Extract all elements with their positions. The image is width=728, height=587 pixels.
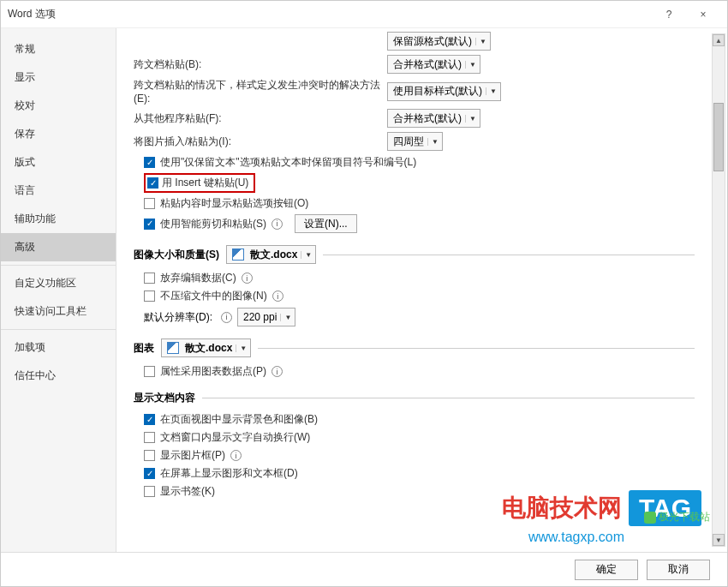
drawings-label: 在屏幕上显示图形和文本框(D) (160, 466, 298, 481)
watermark-small: 极光下载站 (644, 510, 710, 524)
top-paste-value: 保留源格式(默认) (393, 34, 472, 49)
sidebar-item-accessibility[interactable]: 辅助功能 (1, 205, 116, 233)
bookmark-label: 显示书签(K) (160, 484, 215, 499)
info-icon[interactable]: i (272, 219, 283, 230)
insert-pic-label: 将图片插入/粘贴为(I): (134, 135, 382, 149)
chevron-down-icon: ▼ (475, 38, 486, 45)
sidebar-separator (1, 265, 116, 266)
other-prog-value: 合并格式(默认) (393, 111, 462, 126)
help-button[interactable]: ? (652, 1, 686, 28)
sidebar-item-quick-access[interactable]: 快速访问工具栏 (1, 297, 116, 326)
chevron-down-icon: ▼ (280, 314, 291, 321)
other-prog-dropdown[interactable]: 合并格式(默认) ▼ (387, 109, 480, 128)
keep-text-label: 使用"仅保留文本"选项粘贴文本时保留项目符号和编号(L) (160, 155, 416, 170)
chevron-down-icon: ▼ (236, 344, 247, 352)
bg-label: 在页面视图中显示背景色和图像(B) (160, 412, 318, 427)
picframe-checkbox[interactable] (144, 450, 155, 461)
content-panel: - 保留源格式(默认) ▼ 跨文档粘贴(B): 合并格式(默认) ▼ 跨文档粘贴… (116, 28, 727, 552)
sidebar-separator (1, 329, 116, 330)
watermark-url: www.tagxp.com (528, 530, 624, 545)
smart-paste-checkbox[interactable] (144, 219, 155, 230)
chart-doc-name: 散文.docx (185, 341, 232, 356)
smart-paste-label: 使用智能剪切和粘贴(S) (160, 217, 266, 231)
section-divider (202, 398, 695, 398)
chevron-down-icon: ▼ (301, 251, 312, 259)
nocompress-checkbox[interactable] (144, 291, 155, 302)
scroll-down-button[interactable]: ▼ (713, 534, 725, 546)
ok-button[interactable]: 确定 (575, 560, 638, 580)
section-divider (323, 255, 695, 255)
vertical-scrollbar[interactable]: ▲ ▼ (712, 33, 725, 547)
cancel-button[interactable]: 取消 (647, 560, 710, 580)
conflict-value: 使用目标样式(默认) (393, 84, 482, 99)
cross-doc-value: 合并格式(默认) (393, 57, 462, 72)
cross-doc-label: 跨文档粘贴(B): (134, 57, 382, 72)
drawings-checkbox[interactable] (144, 468, 155, 479)
sidebar-item-general[interactable]: 常规 (1, 35, 116, 63)
section-divider (258, 348, 695, 349)
picframe-label: 显示图片框(P) (160, 448, 225, 463)
scroll-area: - 保留源格式(默认) ▼ 跨文档粘贴(B): 合并格式(默认) ▼ 跨文档粘贴… (116, 28, 712, 552)
bg-checkbox[interactable] (144, 414, 155, 425)
paste-options-checkbox[interactable] (144, 198, 155, 209)
chart-header: 图表 (134, 341, 154, 356)
settings-button[interactable]: 设置(N)... (295, 214, 357, 233)
titlebar: Word 选项 ? × (1, 1, 727, 28)
info-icon[interactable]: i (230, 450, 242, 461)
sidebar-item-addins[interactable]: 加载项 (1, 333, 116, 362)
options-dialog: Word 选项 ? × 常规 显示 校对 保存 版式 语言 辅助功能 高级 自定… (0, 0, 728, 587)
info-icon[interactable]: i (221, 312, 232, 323)
image-quality-header: 图像大小和质量(S) (134, 248, 219, 262)
sidebar-item-customize-ribbon[interactable]: 自定义功能区 (1, 269, 116, 297)
sidebar-item-proofing[interactable]: 校对 (1, 92, 116, 120)
default-res-dropdown[interactable]: 220 ppi ▼ (237, 308, 295, 326)
sidebar-item-layout[interactable]: 版式 (1, 148, 116, 177)
chart-props-label: 属性采用图表数据点(P) (160, 364, 266, 379)
conflict-label: 跨文档粘贴的情况下，样式定义发生冲突时的解决方法(E): (134, 78, 382, 105)
section-chart: 图表 散文.docx ▼ (134, 338, 695, 357)
display-content-header: 显示文档内容 (134, 391, 195, 405)
nocompress-label: 不压缩文件中的图像(N) (160, 289, 267, 303)
chevron-down-icon: ▼ (427, 138, 439, 146)
bookmark-checkbox[interactable] (144, 486, 155, 497)
sidebar-item-save[interactable]: 保存 (1, 120, 116, 148)
info-icon[interactable]: i (272, 366, 283, 377)
default-res-value: 220 ppi (243, 311, 277, 323)
section-display-content: 显示文档内容 (134, 391, 695, 405)
scroll-up-button[interactable]: ▲ (713, 34, 725, 46)
info-icon[interactable]: i (272, 291, 283, 302)
cross-doc-dropdown[interactable]: 合并格式(默认) ▼ (387, 55, 480, 74)
default-res-label: 默认分辨率(D): (144, 310, 212, 325)
chart-doc-dropdown[interactable]: 散文.docx ▼ (161, 338, 251, 357)
insert-pic-value: 四周型 (393, 135, 424, 149)
close-button[interactable]: × (686, 1, 720, 28)
chevron-down-icon: ▼ (465, 61, 476, 69)
insert-pic-dropdown[interactable]: 四周型 ▼ (387, 132, 443, 151)
keep-text-checkbox[interactable] (144, 157, 155, 168)
image-quality-doc-dropdown[interactable]: 散文.docx ▼ (226, 245, 316, 264)
sidebar-item-language[interactable]: 语言 (1, 177, 116, 205)
sidebar-item-advanced[interactable]: 高级 (1, 233, 116, 261)
chart-props-checkbox[interactable] (144, 366, 155, 377)
info-icon[interactable]: i (242, 273, 253, 284)
section-image-quality: 图像大小和质量(S) 散文.docx ▼ (134, 245, 695, 264)
sidebar-item-display[interactable]: 显示 (1, 63, 116, 92)
window-title: Word 选项 (8, 7, 652, 21)
discard-edit-checkbox[interactable] (144, 273, 155, 284)
insert-key-checkbox[interactable] (147, 177, 158, 189)
discard-edit-label: 放弃编辑数据(C) (160, 271, 236, 285)
chevron-down-icon: ▼ (465, 115, 476, 123)
sidebar-item-trust-center[interactable]: 信任中心 (1, 362, 116, 390)
conflict-dropdown[interactable]: 使用目标样式(默认) ▼ (387, 82, 501, 101)
scrollbar-thumb[interactable] (713, 103, 724, 171)
chevron-down-icon: ▼ (486, 87, 497, 95)
sidebar: 常规 显示 校对 保存 版式 语言 辅助功能 高级 自定义功能区 快速访问工具栏… (1, 28, 116, 552)
image-quality-doc-name: 散文.docx (250, 248, 297, 262)
dialog-body: 常规 显示 校对 保存 版式 语言 辅助功能 高级 自定义功能区 快速访问工具栏… (1, 28, 727, 552)
word-doc-icon (167, 342, 179, 354)
highlight-annotation: 用 Insert 键粘贴(U) (144, 173, 255, 193)
wrap-checkbox[interactable] (144, 432, 155, 443)
top-paste-dropdown[interactable]: 保留源格式(默认) ▼ (387, 32, 491, 51)
paste-options-label: 粘贴内容时显示粘贴选项按钮(O) (160, 196, 308, 211)
footer: 确定 取消 (1, 552, 727, 586)
